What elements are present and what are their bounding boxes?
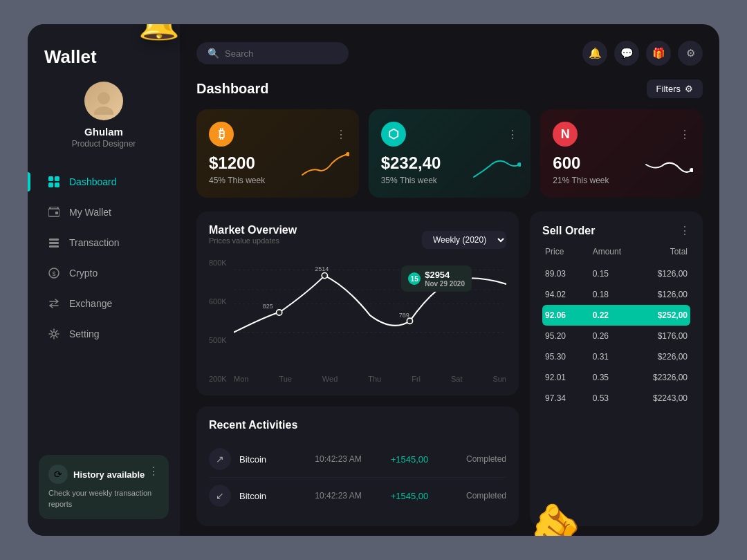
svg-rect-8 [49,239,59,241]
message-button[interactable]: 💬 [614,41,639,66]
btc-icon: ₿ [209,122,234,147]
sidebar-item-exchange-label: Exchange [69,298,112,309]
avatar [84,82,123,120]
activity-time-2: 10:42:23 AM [315,491,382,501]
row7-total: $2243,00 [640,393,688,403]
btc-change-pct: 45% [209,176,225,185]
transaction-icon [47,236,61,250]
row1-total: $126,00 [640,269,688,279]
tooltip-inner: $2954 Nov 29 2020 [425,270,465,288]
svg-point-21 [277,310,282,315]
x-label-fri: Fri [412,375,421,383]
btc-card: ₿ ⋮ $1200 45% This week [196,109,359,198]
sell-row-3-highlight: 92.06 0.22 $252,00 [542,305,690,326]
sidebar-item-setting[interactable]: Setting [36,320,172,348]
svg-point-0 [98,92,110,104]
svg-point-13 [52,332,56,336]
settings-button[interactable]: ⚙ [678,41,703,66]
sidebar-brand: Wallet [28,46,180,68]
col-price: Price [545,247,593,256]
market-title-area: Market Overview Prices value updates [209,224,297,256]
svg-text:825: 825 [263,303,273,310]
search-icon: 🔍 [208,48,219,59]
row3-total: $252,00 [640,310,688,320]
tooltip-date: Nov 29 2020 [425,280,465,288]
btc-change-period: This week [228,176,265,185]
sidebar-item-transaction[interactable]: Transaction [36,229,172,256]
app-title: Wallet [44,46,163,68]
market-header: Market Overview Prices value updates Wee… [209,224,506,256]
neo-card: N ⋮ 600 21% This week [540,109,703,198]
crypto-icon: $ [47,266,61,280]
sidebar-item-crypto[interactable]: $ Crypto [36,259,172,287]
sidebar-item-exchange[interactable]: Exchange [36,290,172,317]
row6-price: 92.01 [545,373,593,382]
eth-card-menu[interactable]: ⋮ [507,128,518,141]
dashboard-icon [47,175,61,189]
activity-status-1: Completed [466,454,506,464]
svg-text:$: $ [52,270,55,277]
btc-card-menu[interactable]: ⋮ [335,128,347,141]
sell-row-4: 95.20 0.26 $176,00 [542,326,690,346]
y-label-200k: 200K [209,375,227,383]
sidebar-item-setting-label: Setting [69,328,100,339]
sell-table: Price Amount Total 89.03 0.15 $126,00 94… [542,247,690,409]
y-label-600k: 600K [209,297,227,306]
neo-card-menu[interactable]: ⋮ [679,128,690,141]
neo-change-period: This week [572,176,609,185]
sidebar-nav: Dashboard My Wallet [28,168,180,455]
filters-label: Filters [656,84,681,94]
market-panel: Market Overview Prices value updates Wee… [196,212,519,395]
search-box[interactable]: 🔍 [196,42,349,64]
col-total: Total [640,247,688,256]
svg-text:2514: 2514 [315,265,329,272]
market-title: Market Overview [209,224,297,236]
btc-chart [301,151,349,181]
filter-icon: ⚙ [685,84,693,94]
sidebar-item-transaction-label: Transaction [69,237,120,248]
history-title: History available [73,469,145,480]
row6-total: $2326,00 [640,373,688,382]
btc-card-top: ₿ ⋮ [209,122,347,147]
activities-title: Recent Activities [209,419,506,431]
sidebar: Wallet Ghulam Product Designer [28,24,180,536]
sell-order-title: Sell Order [542,225,595,237]
activity-time-1: 10:42:23 AM [315,454,382,464]
gift-button[interactable]: 🎁 [646,41,671,66]
activity-amount-2: +1545,00 [391,491,458,501]
sell-row-6: 92.01 0.35 $2326,00 [542,367,690,388]
eth-icon: ⬡ [381,122,406,147]
sell-order-menu[interactable]: ⋮ [679,224,690,237]
row5-price: 95.30 [545,352,593,362]
notification-button[interactable]: 🔔 [582,41,607,66]
filters-button[interactable]: Filters ⚙ [647,80,703,98]
row2-amount: 0.18 [593,290,640,299]
eth-chart [472,151,521,181]
svg-point-14 [346,152,349,156]
svg-rect-7 [55,212,58,214]
sell-row-5: 95.30 0.31 $226,00 [542,346,690,367]
row7-amount: 0.53 [593,393,640,403]
y-label-800k: 800K [209,259,227,267]
sell-row-7: 97.34 0.53 $2243,00 [542,388,690,409]
sidebar-item-dashboard[interactable]: Dashboard [36,168,172,196]
row5-total: $226,00 [640,352,688,362]
profile-role: Product Designer [72,139,136,149]
neo-card-top: N ⋮ [553,122,690,147]
svg-rect-3 [55,176,59,181]
sell-table-header: Price Amount Total [542,247,690,256]
activity-icon-2: ↙ [209,485,231,507]
period-select[interactable]: Weekly (2020) [422,231,506,249]
sell-order-header: Sell Order ⋮ [542,224,690,237]
tooltip-badge: 15 [408,272,421,285]
search-input[interactable] [225,48,338,59]
market-subtitle: Prices value updates [209,236,297,245]
sidebar-item-my-wallet[interactable]: My Wallet [36,198,172,226]
svg-point-23 [407,318,412,324]
sidebar-item-dashboard-label: Dashboard [69,176,117,187]
x-label-tue: Tue [279,375,292,383]
row3-amount: 0.22 [593,310,640,320]
neo-chart [645,151,693,181]
history-menu-button[interactable]: ⋮ [148,465,159,478]
activity-status-2: Completed [466,491,506,501]
